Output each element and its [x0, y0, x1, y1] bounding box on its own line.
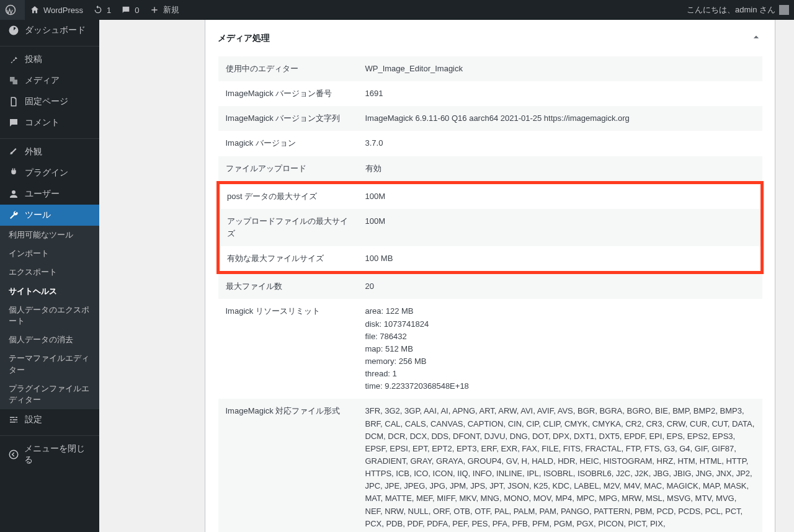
sidebar-comments-label: コメント	[25, 117, 60, 128]
sliders-icon	[7, 414, 20, 425]
row-label: post データの最大サイズ	[218, 182, 358, 209]
submenu-site-health[interactable]: サイトヘルス	[0, 282, 99, 301]
resource-line: area: 122 MB	[365, 305, 755, 317]
table-row: Imagick リソースリミットarea: 122 MBdisk: 107374…	[218, 299, 762, 399]
row-label: アップロードファイルの最大サイズ	[218, 209, 358, 246]
resource-line: thread: 1	[365, 368, 755, 380]
table-row: Imagick バージョン3.7.0	[218, 131, 762, 156]
table-row: ImageMagick バージョン文字列ImageMagick 6.9.11-6…	[218, 106, 762, 131]
table-row: ファイルアップロード有効	[218, 156, 762, 183]
sidebar-tools-label: ツール	[25, 210, 51, 221]
row-value: 100M	[358, 209, 762, 246]
comment-icon	[7, 117, 20, 128]
media-icon	[7, 75, 20, 86]
sidebar-item-media[interactable]: メディア	[0, 70, 99, 91]
row-value: 100 MB	[358, 246, 762, 273]
row-value: 100M	[358, 182, 762, 209]
media-info-table: 使用中のエディターWP_Image_Editor_ImagickImageMag…	[216, 56, 764, 532]
row-label: ImageMagick バージョン番号	[218, 81, 358, 106]
row-label: ファイルアップロード	[218, 156, 358, 183]
pin-icon	[7, 54, 20, 65]
sidebar-separator	[0, 433, 99, 436]
resource-line: map: 512 MB	[365, 343, 755, 355]
sidebar-item-appearance[interactable]: 外観	[0, 141, 99, 162]
submenu-import[interactable]: インポート	[0, 244, 99, 263]
brush-icon	[7, 146, 20, 157]
row-value: ImageMagick 6.9.11-60 Q16 aarch64 2021-0…	[358, 106, 762, 131]
svg-point-1	[9, 450, 18, 459]
row-label: 有効な最大ファイルサイズ	[218, 246, 358, 273]
avatar	[779, 5, 789, 15]
resource-line: time: 9.2233720368548E+18	[365, 380, 755, 392]
submenu-plugin-editor[interactable]: プラグインファイルエディター	[0, 379, 99, 409]
sidebar-item-dashboard[interactable]: ダッシュボード	[0, 20, 99, 41]
wrench-icon	[7, 210, 20, 221]
table-row: ImageMagick バージョン番号1691	[218, 81, 762, 106]
sidebar-dashboard-label: ダッシュボード	[25, 25, 86, 36]
sidebar-item-comments[interactable]: コメント	[0, 112, 99, 133]
row-value: 3.7.0	[358, 131, 762, 156]
table-row: 有効な最大ファイルサイズ100 MB	[218, 246, 762, 273]
wp-logo[interactable]	[0, 0, 25, 20]
sidebar-pages-label: 固定ページ	[25, 96, 68, 107]
row-value: 3FR, 3G2, 3GP, AAI, AI, APNG, ART, ARW, …	[358, 399, 762, 532]
sidebar-media-label: メディア	[25, 75, 60, 86]
sidebar-separator	[0, 43, 99, 47]
row-label: 使用中のエディター	[218, 56, 358, 81]
site-name[interactable]: WordPress	[25, 0, 88, 20]
resource-line: memory: 256 MB	[365, 355, 755, 368]
sidebar-collapse-label: メニューを閉じる	[24, 443, 92, 466]
account-greeting[interactable]: こんにちは、admin さん	[682, 0, 794, 20]
greeting-text: こんにちは、admin さん	[687, 4, 775, 16]
row-label: Imagick リソースリミット	[218, 299, 358, 399]
sidebar-item-settings[interactable]: 設定	[0, 409, 99, 430]
sidebar-users-label: ユーザー	[25, 188, 60, 200]
submenu-export[interactable]: エクスポート	[0, 263, 99, 282]
sidebar-collapse[interactable]: メニューを閉じる	[0, 438, 99, 471]
new-content-label: 新規	[163, 4, 179, 16]
plug-icon	[7, 167, 20, 179]
table-row: アップロードファイルの最大サイズ100M	[218, 209, 762, 246]
submenu-export-personal-data[interactable]: 個人データのエクスポート	[0, 301, 99, 330]
comments-link[interactable]: 0	[116, 0, 144, 20]
table-row: post データの最大サイズ100M	[218, 182, 762, 209]
submenu-erase-personal-data[interactable]: 個人データの消去	[0, 330, 99, 349]
row-label: ImageMagick バージョン文字列	[218, 106, 358, 131]
site-name-label: WordPress	[43, 6, 83, 15]
sidebar-item-plugins[interactable]: プラグイン	[0, 162, 99, 184]
row-value: 有効	[358, 156, 762, 183]
panel-title: メディア処理	[218, 33, 270, 44]
sidebar-item-tools[interactable]: ツール	[0, 205, 99, 226]
row-value: WP_Image_Editor_Imagick	[358, 56, 762, 81]
sidebar-item-users[interactable]: ユーザー	[0, 184, 99, 205]
updates[interactable]: 1	[88, 0, 116, 20]
resource-line: file: 786432	[365, 330, 755, 343]
sidebar-item-pages[interactable]: 固定ページ	[0, 91, 99, 112]
table-row: 最大ファイル数20	[218, 273, 762, 299]
row-value: 1691	[358, 81, 762, 106]
sidebar-appearance-label: 外観	[25, 146, 42, 157]
row-label: 最大ファイル数	[218, 273, 358, 299]
comments-count: 0	[135, 6, 139, 15]
chevron-up-icon	[750, 31, 762, 45]
sidebar-plugins-label: プラグイン	[25, 167, 68, 179]
collapse-icon	[7, 449, 19, 460]
row-value: area: 122 MBdisk: 1073741824file: 786432…	[358, 299, 762, 399]
sidebar-separator	[0, 136, 99, 139]
tools-submenu: 利用可能なツール インポート エクスポート サイトヘルス 個人データのエクスポー…	[0, 226, 99, 409]
panel-header[interactable]: メディア処理	[205, 20, 775, 56]
submenu-theme-editor[interactable]: テーマファイルエディター	[0, 349, 99, 379]
resource-line: disk: 1073741824	[365, 318, 755, 330]
sidebar-posts-label: 投稿	[25, 54, 42, 65]
table-row: ImageMagick 対応ファイル形式3FR, 3G2, 3GP, AAI, …	[218, 399, 762, 532]
table-row: 使用中のエディターWP_Image_Editor_Imagick	[218, 56, 762, 81]
row-label: Imagick バージョン	[218, 131, 358, 156]
media-handling-panel: メディア処理 使用中のエディターWP_Image_Editor_ImagickI…	[205, 20, 775, 532]
page-icon	[7, 96, 20, 107]
submenu-available-tools[interactable]: 利用可能なツール	[0, 226, 99, 244]
sidebar-item-posts[interactable]: 投稿	[0, 49, 99, 70]
updates-count: 1	[107, 6, 111, 15]
new-content[interactable]: 新規	[145, 0, 184, 20]
user-icon	[7, 188, 20, 200]
sidebar-settings-label: 設定	[25, 414, 42, 425]
